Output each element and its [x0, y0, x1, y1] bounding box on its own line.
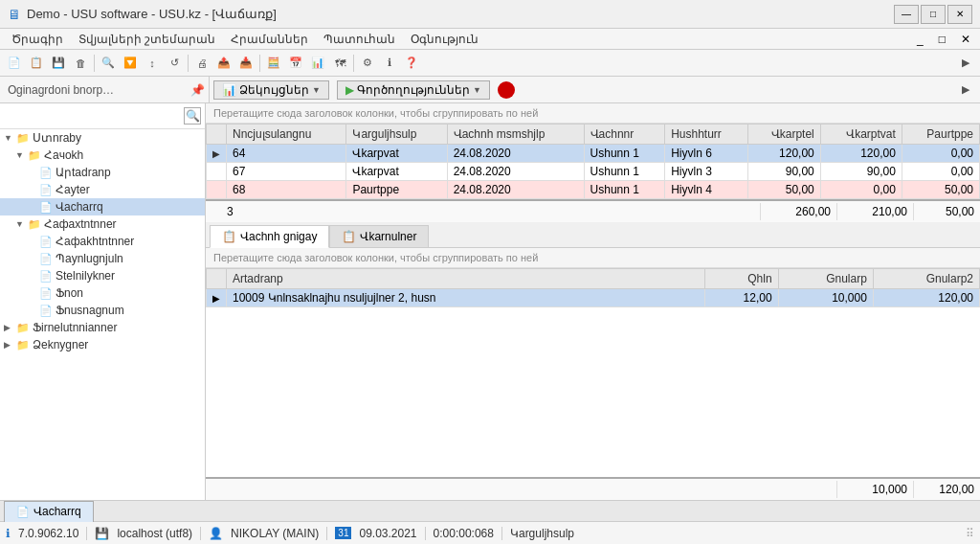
th-num[interactable]: Nncjuլsulangnu [227, 125, 346, 145]
tb-chart[interactable]: 📊 [307, 53, 328, 74]
stop-button[interactable] [498, 81, 515, 99]
sidebar-item-hafafh[interactable]: ▼ 📁 Հaфахtntnner [0, 215, 205, 233]
tb-import[interactable]: 📥 [235, 53, 256, 74]
menu-restore-icon[interactable]: □ [933, 31, 951, 48]
bottom-tab-vacharrq[interactable]: 📄 Վacharrq [4, 501, 94, 522]
detail-summary-gnularp1: 10,000 [836, 481, 913, 498]
menu-window[interactable]: Պատուհան [316, 31, 403, 48]
db-icon: 💾 [95, 527, 109, 540]
tb-print[interactable]: 🖨 [191, 53, 212, 74]
sidebar-item-label: Ֆnusnagnum [56, 304, 124, 317]
sidebar-item-firneltn[interactable]: ▶ 📁 Ֆirnelutnnianner [0, 319, 205, 336]
sidebar-item-hachokh[interactable]: ▼ 📁 Հaчokh [0, 147, 205, 164]
user-text: NIKOLAY (MAIN) [231, 527, 319, 540]
th-marker [207, 125, 227, 145]
menu-minimize-icon[interactable]: _ [911, 31, 929, 48]
table-row[interactable]: ▶ 64 Վkarpvat 24.08.2020 Ushunn 1 Hiyvln… [207, 145, 980, 163]
tb-copy[interactable]: 📋 [26, 53, 47, 74]
th-vkarptel[interactable]: Վkarptel [747, 125, 820, 145]
sidebar-item-steln[interactable]: 📄 Stelnilykner [0, 267, 205, 284]
tb-calc[interactable]: 🧮 [263, 53, 284, 74]
tb-refresh[interactable]: ↺ [164, 53, 185, 74]
sidebar-item-storaby[interactable]: ▼ 📁 Ստnraby [0, 129, 205, 147]
sidebar-item-hayter[interactable]: 📄 Հayter [0, 181, 205, 198]
dth-artad[interactable]: Artadranp [227, 269, 705, 289]
tb-right-nav[interactable]: ▶ [955, 53, 976, 74]
doc-icon: 📄 [39, 201, 53, 214]
tb-info[interactable]: ℹ [379, 53, 400, 74]
dth-gnularp1[interactable]: Gnularp [778, 269, 873, 289]
reports-button[interactable]: 📊 Ձեկույցներ ▼ [213, 80, 329, 100]
th-vkarptvat[interactable]: Վkarptvat [820, 125, 902, 145]
detail-table-container[interactable]: Artadranp Qhln Gnularp Gnularp2 ▶ 10009 … [206, 268, 980, 307]
tb-sort[interactable]: ↕ [142, 53, 163, 74]
sidebar-item-fon[interactable]: 📄 Ֆnon [0, 284, 205, 302]
detail-table: Artadranp Qhln Gnularp Gnularp2 ▶ 10009 … [206, 268, 980, 307]
row-date: 24.08.2020 [447, 181, 584, 199]
tb-map[interactable]: 🗺 [329, 53, 350, 74]
tb-new[interactable]: 📄 [4, 53, 25, 74]
reports-arrow: ▼ [312, 85, 321, 95]
detail-tab-icon-1: 📋 [342, 230, 356, 243]
menu-program[interactable]: Ծրագիր [4, 31, 71, 48]
detail-table-row[interactable]: ▶ 10009 Կnlnsaklnajhu nsuljujlner 2, hus… [207, 289, 980, 307]
expand-icon: ▶ [4, 323, 13, 332]
th-karg[interactable]: Կarguljhsulp [346, 125, 447, 145]
summary-count: 3 [221, 203, 259, 220]
doc-icon: 📄 [39, 253, 53, 265]
menu-help[interactable]: Օգնություն [403, 31, 486, 48]
sidebar-item-fnus[interactable]: 📄 Ֆnusnagnum [0, 302, 205, 319]
th-vacharrq[interactable]: Վachnnr [584, 125, 665, 145]
dth-marker [207, 269, 227, 289]
panel-actions: 📊 Ձեկույցներ ▼ ▶ Գործողություններ ▼ [210, 80, 519, 100]
db-text: localhost (utf8) [117, 527, 192, 540]
row-num: 67 [227, 163, 346, 181]
row-vach: Ushunn 1 [584, 181, 665, 199]
tb-delete[interactable]: 🗑 [70, 53, 91, 74]
main-layout: 🔍 ▼ 📁 Ստnraby ▼ 📁 Հaчokh 📄 Արtadranp 📄 Հ… [0, 103, 980, 500]
dth-gnularp2[interactable]: Gnularp2 [873, 269, 979, 289]
row-paurtp: 50,00 [902, 181, 979, 199]
sidebar-item-artadranp[interactable]: 📄 Արtadranp [0, 164, 205, 181]
close-button[interactable]: ✕ [947, 5, 972, 24]
status-resize-icon[interactable]: ⠿ [966, 527, 974, 540]
operations-button[interactable]: ▶ Գործողություններ ▼ [337, 80, 490, 100]
group-hint-detail: Перетащите сюда заголовок колонки, чтобы… [206, 248, 980, 268]
table-row[interactable]: 67 Վkarpvat 24.08.2020 Ushunn 1 Hiyvln 3… [207, 163, 980, 181]
sidebar-item-vacharrq[interactable]: 📄 Վacharrq [0, 198, 205, 215]
th-paurtp[interactable]: Paurtppe [902, 125, 979, 145]
sidebar: 🔍 ▼ 📁 Ստnraby ▼ 📁 Հaчokh 📄 Արtadranp 📄 Հ… [0, 103, 206, 500]
sidebar-item-label: Արtadranp [56, 166, 111, 179]
doc-icon: 📄 [39, 287, 53, 300]
sidebar-item-deknyg[interactable]: ▶ 📁 Ձeknygner [0, 336, 205, 353]
sidebar-search-icon[interactable]: 🔍 [184, 107, 201, 125]
tb-filter[interactable]: 🔽 [120, 53, 141, 74]
minimize-button[interactable]: — [894, 5, 919, 24]
main-table-container[interactable]: Nncjuլsulangnu Կarguljhsulp Վachnh msmsh… [206, 124, 980, 199]
menu-close-icon[interactable]: ✕ [955, 31, 976, 48]
row-vkarptvat: 0,00 [820, 181, 902, 199]
menu-database[interactable]: Տվյալների շտեմարան [71, 31, 223, 48]
sidebar-item-hafafh2[interactable]: 📄 Հaфakhtntnner [0, 233, 205, 250]
tb-save[interactable]: 💾 [48, 53, 69, 74]
detail-tab-1[interactable]: 📋 Վkarnulner [329, 225, 429, 247]
tb-calendar[interactable]: 📅 [285, 53, 306, 74]
sidebar-pin-icon[interactable]: 📌 [190, 83, 205, 97]
dth-qhln[interactable]: Qhln [705, 269, 779, 289]
sidebar-item-pay[interactable]: 📄 Պaynlugnjuln [0, 250, 205, 267]
menu-commands[interactable]: Հրամաններ [223, 31, 316, 48]
detail-tab-0[interactable]: 📋 Վachnh gnigay [210, 225, 329, 248]
panel-nav-icon[interactable]: ▶ [955, 79, 976, 101]
table-row[interactable]: 68 Paurtppe 24.08.2020 Ushunn 1 Hiyvln 4… [207, 181, 980, 199]
tb-help[interactable]: ❓ [401, 53, 422, 74]
tb-search[interactable]: 🔍 [98, 53, 119, 74]
sidebar-item-label: Վacharrq [56, 200, 103, 214]
restore-button[interactable]: □ [921, 5, 946, 24]
detail-content: Перетащите сюда заголовок колонки, чтобы… [206, 248, 980, 477]
main-table: Nncjuլsulangnu Կarguljhsulp Վachnh msmsh… [206, 124, 980, 199]
detail-table-summary: 10,000 120,00 [206, 477, 980, 500]
th-hush[interactable]: Hushhturr [665, 125, 747, 145]
th-date[interactable]: Վachnh msmshjlp [447, 125, 584, 145]
tb-export[interactable]: 📤 [213, 53, 234, 74]
tb-settings[interactable]: ⚙ [357, 53, 378, 74]
